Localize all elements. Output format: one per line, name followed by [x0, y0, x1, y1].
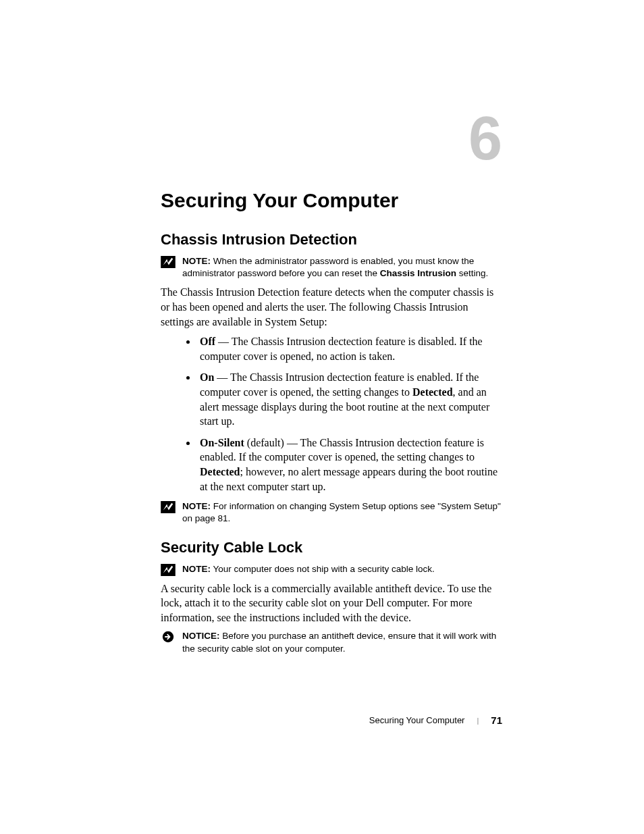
note-label: NOTE: [182, 564, 211, 574]
notice-icon [161, 631, 176, 643]
note-block: NOTE: When the administrator password is… [161, 255, 502, 280]
note-text: NOTE: For information on changing System… [182, 500, 502, 525]
note-block: NOTE: For information on changing System… [161, 500, 502, 525]
footer-separator: | [477, 716, 479, 725]
notice-body: Before you purchase an antitheft device,… [182, 631, 496, 653]
list-item: On — The Chassis Intrusion dectection fe… [197, 370, 502, 428]
notice-block: NOTICE: Before you purchase an antitheft… [161, 630, 502, 654]
note-text: NOTE: Your computer does not ship with a… [182, 563, 435, 575]
notice-label: NOTICE: [182, 631, 220, 641]
setting-desc: — The Chassis Intrusion dectection featu… [200, 336, 483, 362]
setting-detected: Detected [412, 386, 453, 398]
note-body: Your computer does not ship with a secur… [213, 564, 435, 574]
list-item: Off — The Chassis Intrusion dectection f… [197, 334, 502, 363]
note-body: For information on changing System Setup… [182, 501, 501, 523]
svg-rect-2 [161, 564, 176, 576]
setting-name: On-Silent [200, 437, 244, 448]
note-body-b: setting. [456, 268, 488, 278]
svg-rect-0 [161, 256, 176, 268]
section-heading-chassis: Chassis Intrusion Detection [161, 231, 502, 249]
setting-desc-b: ; however, no alert message appears duri… [200, 466, 498, 492]
notice-text: NOTICE: Before you purchase an antitheft… [182, 630, 502, 654]
note-bold: Chassis Intrusion [380, 268, 456, 278]
note-icon [161, 501, 176, 513]
note-label: NOTE: [182, 501, 211, 511]
section-intro: The Chassis Intrusion Detection feature … [161, 285, 502, 329]
setting-name: Off [200, 336, 215, 347]
setting-name: On [200, 371, 214, 383]
note-icon [161, 564, 176, 576]
list-item: On-Silent (default) — The Chassis Intrus… [197, 436, 502, 494]
note-label: NOTE: [182, 256, 211, 266]
note-block: NOTE: Your computer does not ship with a… [161, 563, 502, 576]
note-text: NOTE: When the administrator password is… [182, 255, 502, 280]
chapter-number: 6 [161, 108, 502, 169]
setting-detected: Detected [200, 466, 240, 477]
chapter-title: Securing Your Computer [161, 189, 502, 212]
note-icon [161, 256, 176, 268]
section-body: A security cable lock is a commercially … [161, 581, 502, 625]
svg-rect-1 [161, 501, 176, 513]
page-footer: Securing Your Computer | 71 [369, 714, 502, 726]
section-heading-cable: Security Cable Lock [161, 539, 502, 556]
settings-list: Off — The Chassis Intrusion dectection f… [161, 334, 502, 494]
page-content: 6 Securing Your Computer Chassis Intrusi… [0, 0, 644, 834]
footer-title: Securing Your Computer [369, 715, 465, 725]
footer-page-number: 71 [491, 714, 502, 726]
